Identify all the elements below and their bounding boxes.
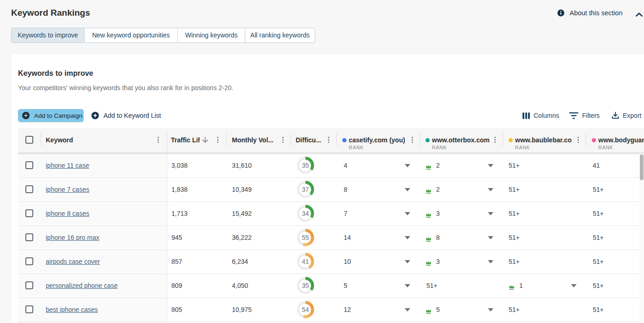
svg-text:54: 54: [302, 306, 309, 313]
svg-text:55: 55: [302, 234, 309, 241]
svg-text:41: 41: [302, 258, 309, 265]
svg-text:34: 34: [302, 210, 309, 217]
svg-text:35: 35: [302, 162, 309, 169]
svg-text:35: 35: [302, 282, 309, 289]
svg-text:37: 37: [302, 186, 309, 193]
